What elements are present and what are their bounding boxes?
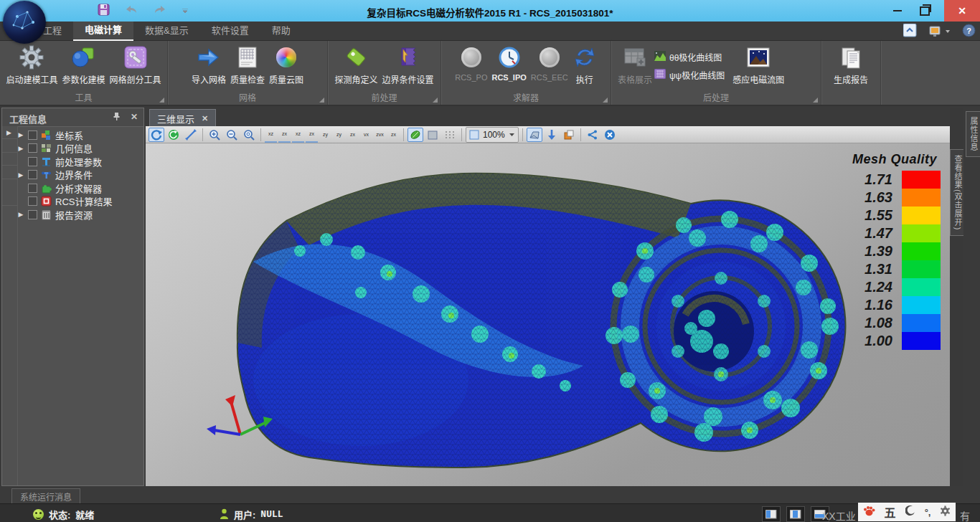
ime-paw-icon[interactable] — [863, 505, 875, 519]
shading-leaf-icon[interactable] — [407, 128, 423, 142]
panel-close-icon[interactable]: ✕ — [131, 112, 138, 123]
parametric-modeling-button[interactable]: 参数化建模 — [60, 45, 107, 85]
checkbox[interactable] — [28, 157, 37, 166]
launch-modeling-tool-button[interactable]: 启动建模工具 — [4, 45, 60, 85]
group-launcher-icon[interactable] — [813, 98, 818, 103]
checkbox[interactable] — [28, 130, 37, 140]
expander-icon[interactable]: ▶ — [17, 211, 24, 218]
pan-zoom-icon[interactable] — [183, 128, 199, 142]
checkbox[interactable] — [28, 210, 37, 219]
preprocess-params-icon — [41, 156, 52, 167]
group-launcher-icon[interactable] — [433, 98, 438, 103]
boundary-condition-button[interactable]: 边界条件设置 — [380, 45, 436, 85]
ime-punctuation-icon[interactable]: °, — [925, 507, 931, 518]
legend-swatch — [902, 207, 941, 224]
ribbon-group-postprocess: 表格展示 θθ极化曲线图 ψψ极化曲线图 — [611, 41, 821, 105]
rcs-po-button[interactable]: RCS_PO — [453, 45, 489, 82]
view-orientation-icon[interactable]: zx — [347, 128, 359, 142]
layout-left-panel-icon[interactable] — [762, 506, 781, 522]
drop-down-arrow-icon[interactable] — [544, 128, 560, 142]
import-mesh-button[interactable]: 导入网格 — [189, 45, 228, 85]
view-orientation-icon[interactable]: zvx — [374, 128, 386, 142]
tree-item-analysis-solver[interactable]: 分析求解器 — [17, 181, 142, 195]
gutter-expander-icon[interactable]: ▶ — [6, 129, 11, 136]
help-icon[interactable]: ? — [962, 24, 976, 40]
clip-plane-icon[interactable] — [527, 128, 542, 142]
share-link-icon[interactable] — [585, 128, 600, 142]
tree-item-coordinate-system[interactable]: ▶ 坐标系 — [17, 128, 142, 142]
disc-icon — [459, 45, 484, 70]
layers-copy-icon[interactable] — [561, 128, 577, 142]
group-launcher-icon[interactable] — [159, 98, 164, 103]
tree-item-rcs-results[interactable]: RCS计算结果 — [17, 195, 142, 209]
menu-tab-em-compute[interactable]: 电磁计算 — [73, 22, 133, 41]
collapse-ribbon-icon[interactable] — [903, 24, 917, 40]
view-orientation-icon[interactable]: xz — [265, 127, 277, 143]
induction-current-map-button[interactable]: 感应电磁流图 — [730, 45, 786, 85]
tab-3d-display[interactable]: 三维显示 ✕ — [149, 109, 216, 127]
display-mode-icon[interactable] — [928, 25, 951, 38]
zoom-out-icon[interactable] — [224, 128, 240, 142]
tree-item-preprocess-params[interactable]: 前处理参数 — [17, 155, 142, 169]
minimize-button[interactable] — [885, 0, 910, 22]
rcs-eec-button[interactable]: RCS_EEC — [529, 45, 570, 82]
rcs-ipo-button[interactable]: RCS_IPO — [489, 45, 528, 82]
quality-check-button[interactable]: 质量检查 — [228, 45, 267, 85]
view-orientation-icon[interactable]: zy — [333, 128, 345, 142]
sync-view-icon[interactable] — [166, 128, 182, 142]
checkbox[interactable] — [28, 196, 37, 206]
view-orientation-icon[interactable]: zy — [319, 128, 331, 142]
ime-wubi-mode[interactable]: 五 — [885, 503, 896, 521]
group-launcher-icon[interactable] — [603, 98, 608, 103]
wireframe-dots-icon[interactable] — [442, 128, 458, 142]
menu-tab-help[interactable]: 帮助 — [260, 22, 302, 41]
menu-tab-data-display[interactable]: 数据&显示 — [133, 22, 200, 41]
tree-item-geometry-info[interactable]: ▶ 几何信息 — [17, 142, 142, 156]
checkbox[interactable] — [28, 184, 37, 193]
flat-shade-icon[interactable] — [425, 128, 440, 142]
ime-toolbar[interactable]: 五 °, — [858, 503, 956, 521]
system-message-tab[interactable]: 系统运行消息 — [11, 488, 80, 504]
ribbon-group-label: 后处理 — [611, 91, 821, 103]
close-view-icon[interactable] — [602, 128, 618, 142]
checkbox[interactable] — [28, 170, 37, 179]
pin-icon[interactable] — [113, 112, 121, 123]
view-orientation-icon[interactable]: zx — [306, 127, 318, 143]
expander-icon[interactable]: ▶ — [17, 171, 24, 179]
view-orientation-icon[interactable]: zx — [387, 128, 400, 142]
button-label: ψψ极化曲线图 — [669, 69, 725, 81]
view-orientation-icon[interactable]: zx — [278, 127, 291, 143]
table-display-button[interactable]: 表格展示 — [616, 45, 654, 85]
quality-cloud-button[interactable]: 质量云图 — [267, 45, 306, 85]
group-launcher-icon[interactable] — [319, 98, 324, 103]
zoom-in-icon[interactable] — [207, 128, 222, 142]
tree-item-boundary-conditions[interactable]: ▶ 边界条件 — [17, 169, 142, 182]
properties-side-tab[interactable]: 属性信息 — [966, 111, 980, 157]
viewport-3d[interactable] — [146, 143, 950, 486]
expander-icon[interactable]: ▶ — [17, 145, 24, 152]
checkbox[interactable] — [28, 143, 37, 153]
execute-button[interactable]: 执行 — [570, 45, 599, 85]
zoom-level-select[interactable]: 100% — [466, 127, 519, 143]
layout-center-panel-icon[interactable] — [786, 506, 805, 522]
expander-icon[interactable]: ▶ — [17, 131, 24, 138]
ime-settings-gear-icon[interactable] — [940, 506, 951, 519]
theta-polarization-curve-button[interactable]: θθ极化曲线图 — [654, 49, 725, 64]
mesh-partition-tool-button[interactable]: 网格剖分工具 — [108, 45, 164, 85]
copyright-text-right: 有 — [960, 508, 970, 522]
view-orientation-icon[interactable]: xz — [292, 127, 304, 143]
generate-report-button[interactable]: 生成报告 — [831, 45, 870, 85]
button-label: 质量检查 — [230, 73, 265, 85]
ime-moon-icon[interactable] — [905, 506, 915, 518]
psi-polarization-curve-button[interactable]: ψψ极化曲线图 — [654, 67, 725, 82]
view-orientation-icon[interactable]: vx — [360, 128, 372, 142]
menu-tab-settings[interactable]: 软件设置 — [200, 22, 260, 41]
legend-swatch — [902, 171, 941, 189]
tree-item-report-resources[interactable]: ▶ 报告资源 — [17, 208, 142, 222]
probe-angle-button[interactable]: 探测角定义 — [332, 45, 380, 85]
close-button[interactable]: ✕ — [944, 0, 980, 22]
tab-close-icon[interactable]: ✕ — [202, 114, 208, 123]
restore-button[interactable] — [913, 0, 937, 22]
zoom-fit-icon[interactable] — [241, 128, 257, 142]
orbit-rotate-icon[interactable] — [149, 128, 164, 142]
